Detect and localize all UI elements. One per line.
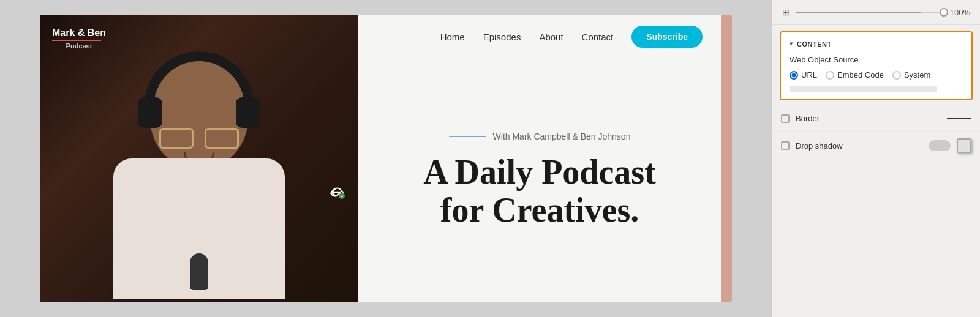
drop-shadow-label: Drop shadow	[796, 141, 922, 151]
zoom-slider-thumb[interactable]	[940, 8, 948, 17]
svg-text:+: +	[341, 194, 344, 200]
photo-bg: Mark & Ben Podcast +	[40, 15, 358, 302]
zoom-slider-track	[796, 12, 921, 13]
radio-embed-circle[interactable]	[826, 71, 834, 80]
drop-shadow-icon	[957, 138, 971, 153]
subscribe-button[interactable]: Subscribe	[631, 26, 703, 48]
hero-title: A Daily Podcast for Creatives.	[423, 154, 656, 229]
radio-system-circle[interactable]	[892, 71, 901, 80]
radio-embed-label: Embed Code	[837, 70, 884, 80]
podcast-logo: Mark & Ben Podcast	[52, 27, 106, 50]
hero-title-line2: for Creatives.	[440, 191, 639, 229]
right-panel: ⊞ 100% ▾ CONTENT Web Object Source URL E…	[772, 0, 980, 317]
drop-shadow-checkbox[interactable]	[781, 141, 790, 150]
zoom-bar: ⊞ 100%	[772, 0, 980, 25]
hero-subtitle: With Mark Campbell & Ben Johnson	[449, 132, 631, 141]
photo-section: Mark & Ben Podcast +	[40, 15, 358, 302]
border-checkbox[interactable]	[781, 114, 790, 123]
website-content-section: Home Episodes About Contact Subscribe Wi…	[358, 15, 721, 302]
radio-embed-code[interactable]: Embed Code	[826, 70, 884, 80]
nav-about[interactable]: About	[539, 32, 563, 42]
zoom-percent: 100%	[950, 8, 970, 17]
headphone-left	[138, 97, 162, 128]
nav-home[interactable]: Home	[440, 32, 465, 42]
border-section: Border	[772, 106, 980, 131]
radio-url[interactable]: URL	[790, 70, 817, 80]
link-icon-overlay[interactable]: +	[325, 180, 349, 204]
website-preview: Mark & Ben Podcast +	[40, 15, 732, 302]
person-silhouette	[83, 45, 315, 302]
content-panel: ▾ CONTENT Web Object Source URL Embed Co…	[780, 31, 973, 100]
zoom-slider[interactable]	[796, 12, 944, 13]
microphone	[190, 253, 208, 290]
border-label: Border	[796, 114, 941, 123]
content-header: ▾ CONTENT	[790, 40, 963, 48]
content-section-title: CONTENT	[797, 40, 832, 48]
headphone-right	[236, 97, 260, 128]
pink-strip	[721, 15, 732, 302]
grid-icon: ⊞	[782, 7, 790, 17]
navigation: Home Episodes About Contact Subscribe	[358, 15, 721, 59]
nav-contact[interactable]: Contact	[582, 32, 614, 42]
logo-line	[52, 40, 101, 41]
radio-system-label: System	[904, 70, 930, 80]
logo-subtitle: Podcast	[52, 42, 106, 50]
drop-shadow-toggle[interactable]	[929, 140, 951, 151]
url-input-placeholder	[790, 86, 937, 92]
canvas-area: Mark & Ben Podcast +	[0, 0, 772, 317]
radio-group: URL Embed Code System	[790, 70, 963, 80]
collapse-arrow-icon[interactable]: ▾	[790, 40, 793, 48]
shadow-section: Drop shadow	[772, 131, 980, 160]
glasses	[159, 128, 239, 146]
hero-content: With Mark Campbell & Ben Johnson A Daily…	[358, 59, 721, 302]
border-line-preview	[947, 118, 971, 119]
radio-url-circle[interactable]	[790, 71, 798, 80]
logo-name: Mark & Ben	[52, 28, 106, 38]
hero-title-line1: A Daily Podcast	[423, 153, 656, 191]
radio-system[interactable]: System	[892, 70, 930, 80]
nav-episodes[interactable]: Episodes	[483, 32, 521, 42]
link-icon: +	[327, 182, 347, 202]
radio-url-label: URL	[801, 70, 817, 80]
web-object-source-label: Web Object Source	[790, 55, 963, 64]
